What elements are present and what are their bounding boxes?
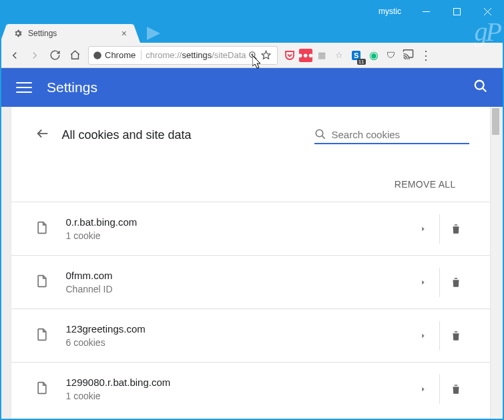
settings-appbar: Settings xyxy=(1,68,503,107)
extension-icon[interactable]: ◉ xyxy=(366,47,382,63)
hamburger-menu-button[interactable] xyxy=(16,79,32,96)
site-domain: 1299080.r.bat.bing.com xyxy=(66,377,410,388)
cookie-search-input[interactable] xyxy=(332,129,469,140)
svg-marker-19 xyxy=(422,333,424,338)
cookie-search[interactable] xyxy=(314,126,469,144)
extension-icon[interactable]: 🛡 xyxy=(383,47,399,63)
site-cookie-count: 6 cookies xyxy=(66,337,410,348)
site-data-row[interactable]: 123greetings.com 6 cookies xyxy=(11,308,493,362)
back-button[interactable] xyxy=(5,46,24,65)
svg-marker-17 xyxy=(422,280,424,284)
svg-rect-18 xyxy=(453,280,459,286)
document-icon xyxy=(35,274,54,290)
back-arrow-button[interactable] xyxy=(35,126,54,144)
svg-rect-16 xyxy=(453,227,459,233)
site-data-row[interactable]: 0.r.bat.bing.com 1 cookie xyxy=(11,202,493,255)
document-icon xyxy=(35,328,54,344)
url-text: chrome://settings/siteData xyxy=(146,50,246,60)
tab-title: Settings xyxy=(28,29,116,38)
site-cookie-count: 1 cookie xyxy=(66,391,410,401)
svg-point-4 xyxy=(93,51,101,59)
star-icon[interactable] xyxy=(260,50,273,60)
extension-icon[interactable]: ▦ xyxy=(314,47,330,63)
svg-point-13 xyxy=(316,130,323,137)
settings-panel: All cookies and site data REMOVE ALL 0.r… xyxy=(11,107,494,420)
expand-button[interactable] xyxy=(410,226,437,232)
expand-button[interactable] xyxy=(410,333,437,339)
extension-icon[interactable]: S11 xyxy=(348,47,364,63)
window-titlebar: mystic xyxy=(1,1,503,21)
delete-button[interactable] xyxy=(443,383,469,395)
window-user-label: mystic xyxy=(379,7,401,16)
appbar-title: Settings xyxy=(47,79,473,95)
scrollbar-thumb[interactable] xyxy=(492,108,499,135)
document-icon xyxy=(35,381,54,397)
appbar-search-button[interactable] xyxy=(473,79,488,96)
expand-button[interactable] xyxy=(410,386,437,393)
svg-marker-9 xyxy=(262,51,270,59)
site-domain: 0fmm.com xyxy=(66,270,410,281)
page-title: All cookies and site data xyxy=(62,128,192,142)
expand-button[interactable] xyxy=(410,279,437,286)
svg-point-10 xyxy=(475,81,484,89)
delete-button[interactable] xyxy=(443,223,469,235)
menu-button[interactable]: ⋮ xyxy=(418,47,434,63)
lastpass-extension-icon[interactable]: ●●● xyxy=(299,49,312,62)
watermark: gP xyxy=(475,16,500,47)
browser-toolbar: Chrome chrome://settings/siteData ●●● ▦ … xyxy=(1,43,503,68)
site-data-row[interactable]: 1299080.r.bat.bing.com 1 cookie xyxy=(11,362,493,415)
content-area: All cookies and site data REMOVE ALL 0.r… xyxy=(1,107,503,420)
window-maximize-button[interactable] xyxy=(441,1,472,21)
tab-close-button[interactable]: × xyxy=(121,28,127,39)
tab-strip: Settings × gP xyxy=(1,21,503,43)
site-cookie-count: 1 cookie xyxy=(66,230,410,241)
zoom-icon[interactable] xyxy=(246,51,260,60)
window-minimize-button[interactable] xyxy=(411,1,441,21)
gear-icon xyxy=(13,29,23,38)
new-tab-button[interactable] xyxy=(147,27,160,40)
svg-marker-21 xyxy=(422,387,424,391)
reload-button[interactable] xyxy=(45,46,64,65)
delete-button[interactable] xyxy=(443,276,469,288)
browser-tab[interactable]: Settings × xyxy=(7,24,134,43)
svg-rect-1 xyxy=(453,8,460,15)
delete-button[interactable] xyxy=(443,330,469,342)
svg-line-6 xyxy=(254,56,256,59)
svg-line-14 xyxy=(322,136,324,139)
cast-icon[interactable] xyxy=(401,47,417,63)
remove-all-button[interactable]: REMOVE ALL xyxy=(11,159,493,202)
scrollbar[interactable] xyxy=(490,107,501,420)
extension-icon[interactable]: ☆ xyxy=(331,47,347,63)
chrome-chip: Chrome xyxy=(93,50,142,60)
svg-marker-15 xyxy=(422,226,424,231)
search-icon xyxy=(314,128,326,140)
site-cookie-count: Channel ID xyxy=(66,284,410,294)
svg-rect-20 xyxy=(453,334,459,340)
home-button[interactable] xyxy=(65,46,84,65)
svg-line-11 xyxy=(483,88,486,91)
document-icon xyxy=(35,221,54,237)
address-bar[interactable]: Chrome chrome://settings/siteData xyxy=(88,46,278,65)
forward-button[interactable] xyxy=(25,46,44,65)
site-domain: 0.r.bat.bing.com xyxy=(66,216,410,228)
site-data-row[interactable]: 0fmm.com Channel ID xyxy=(11,255,493,308)
pocket-extension-icon[interactable] xyxy=(282,47,298,63)
svg-rect-22 xyxy=(453,387,459,393)
site-domain: 123greetings.com xyxy=(66,323,410,335)
